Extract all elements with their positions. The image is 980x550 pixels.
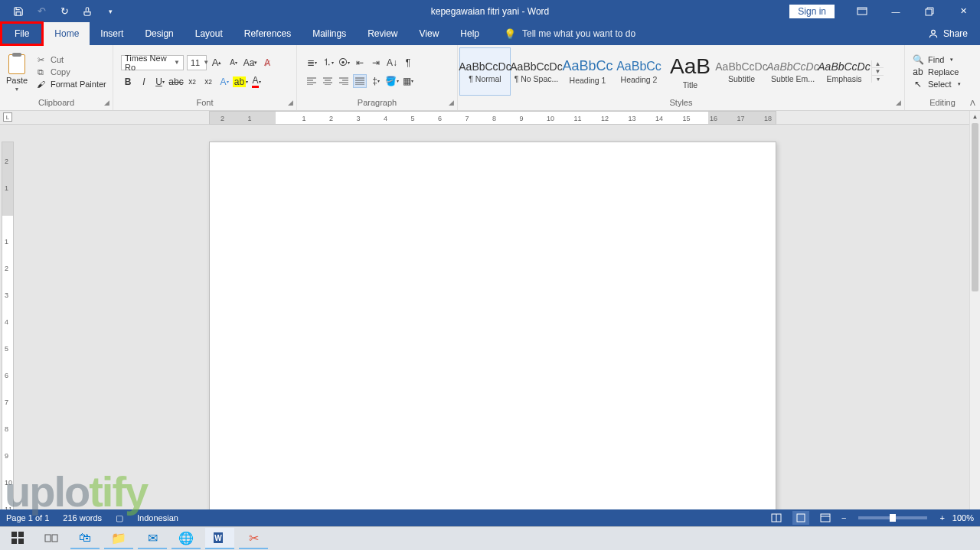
highlight-button[interactable]: ab▾ <box>234 75 247 89</box>
styles-launcher-icon[interactable]: ◢ <box>896 99 901 106</box>
replace-button[interactable]: abReplace <box>913 67 972 77</box>
scroll-up-icon[interactable]: ▲ <box>970 111 980 122</box>
minimize-button[interactable]: — <box>879 0 913 22</box>
style-subtitle[interactable]: AaBbCcDcSubtitle <box>716 47 767 96</box>
font-size-combo[interactable]: 11▼ <box>187 55 207 70</box>
align-left-button[interactable] <box>305 74 318 88</box>
tab-view[interactable]: View <box>409 22 450 45</box>
clipboard-launcher-icon[interactable]: ◢ <box>104 99 109 106</box>
cut-button[interactable]: ✂Cut <box>32 54 109 66</box>
document-page[interactable] <box>209 142 776 527</box>
shrink-font-button[interactable]: A▾ <box>227 56 240 70</box>
spellcheck-icon[interactable]: ▢ <box>116 513 123 523</box>
vertical-scrollbar[interactable]: ▲ ▼ <box>969 111 980 527</box>
tab-references[interactable]: References <box>234 22 302 45</box>
style-heading-2[interactable]: AaBbCcHeading 2 <box>613 47 665 96</box>
tab-mailings[interactable]: Mailings <box>302 22 357 45</box>
italic-button[interactable]: I <box>137 75 151 89</box>
subscript-button[interactable]: x2 <box>185 75 199 89</box>
taskbar-explorer[interactable]: 📁 <box>104 528 133 549</box>
borders-button[interactable]: ▦▾ <box>401 74 415 88</box>
taskbar-word[interactable]: W <box>205 528 234 549</box>
taskbar-mail[interactable]: ✉ <box>138 528 167 549</box>
zoom-slider[interactable] <box>858 516 927 519</box>
zoom-out-button[interactable]: − <box>841 513 846 522</box>
tab-home[interactable]: Home <box>44 22 90 45</box>
style-heading-1[interactable]: AaBbCcHeading 1 <box>562 47 613 96</box>
zoom-in-button[interactable]: + <box>939 513 944 522</box>
tab-review[interactable]: Review <box>357 22 408 45</box>
scrollbar-thumb[interactable] <box>972 123 978 291</box>
undo-icon[interactable]: ↶ <box>35 5 47 18</box>
taskbar-snip[interactable]: ✂ <box>239 528 268 549</box>
underline-button[interactable]: U▾ <box>153 75 167 89</box>
show-marks-button[interactable]: ¶ <box>401 56 415 70</box>
tab-design[interactable]: Design <box>134 22 184 45</box>
status-page[interactable]: Page 1 of 1 <box>6 513 49 522</box>
shading-button[interactable]: 🪣▾ <box>385 74 399 88</box>
start-button[interactable] <box>3 528 32 549</box>
strikethrough-button[interactable]: abc <box>169 75 183 89</box>
style--normal[interactable]: AaBbCcDc¶ Normal <box>459 47 511 96</box>
taskbar-edge[interactable]: 🌐 <box>172 528 201 549</box>
clear-formatting-button[interactable]: A̷ <box>260 56 274 70</box>
sign-in-button[interactable]: Sign in <box>789 5 835 18</box>
tab-layout[interactable]: Layout <box>185 22 234 45</box>
styles-expand[interactable]: ▾ <box>872 76 884 83</box>
vertical-ruler[interactable]: 211234567891011 <box>2 142 14 527</box>
decrease-indent-button[interactable]: ⇤ <box>353 56 367 70</box>
styles-scroll-down[interactable]: ▼ <box>872 68 884 76</box>
find-button[interactable]: 🔍Find▾ <box>913 54 972 65</box>
paragraph-launcher-icon[interactable]: ◢ <box>449 99 454 106</box>
zoom-slider-thumb[interactable] <box>890 514 896 522</box>
close-button[interactable]: ✕ <box>946 0 980 22</box>
numbering-button[interactable]: ⒈▾ <box>321 56 335 70</box>
tab-help[interactable]: Help <box>449 22 490 45</box>
status-words[interactable]: 216 words <box>63 513 102 522</box>
status-language[interactable]: Indonesian <box>137 513 178 522</box>
tab-file[interactable]: File <box>0 21 44 46</box>
align-center-button[interactable] <box>321 74 335 88</box>
maximize-button[interactable] <box>913 0 946 22</box>
justify-button[interactable] <box>353 74 367 88</box>
superscript-button[interactable]: x2 <box>201 75 215 89</box>
grow-font-button[interactable]: A▴ <box>210 56 224 70</box>
format-painter-button[interactable]: 🖌Format Painter <box>32 79 109 89</box>
align-right-button[interactable] <box>337 74 351 88</box>
qat-customize-icon[interactable]: ▾ <box>104 5 116 18</box>
print-layout-button[interactable] <box>792 511 809 525</box>
text-effects-button[interactable]: A▾ <box>217 75 231 89</box>
styles-scroll-up[interactable]: ▲ <box>872 60 884 68</box>
font-launcher-icon[interactable]: ◢ <box>288 99 293 106</box>
ribbon-display-options-icon[interactable] <box>845 0 879 22</box>
bullets-button[interactable]: ≣▾ <box>305 56 318 70</box>
tab-selector[interactable]: L <box>3 112 12 122</box>
horizontal-ruler[interactable]: 21123456789101112131415161718 <box>209 111 776 125</box>
tell-me-search[interactable]: 💡 Tell me what you want to do <box>490 22 635 45</box>
increase-indent-button[interactable]: ⇥ <box>369 56 383 70</box>
task-view-button[interactable] <box>37 528 66 549</box>
change-case-button[interactable]: Aa▾ <box>243 56 257 70</box>
paste-button[interactable]: Paste ▼ <box>3 51 31 92</box>
bold-button[interactable]: B <box>121 75 135 89</box>
styles-gallery[interactable]: AaBbCcDc¶ NormalAaBbCcDc¶ No Spac...AaBb… <box>458 45 871 98</box>
copy-button[interactable]: ⧉Copy <box>32 67 109 78</box>
redo-icon[interactable]: ↻ <box>58 5 70 18</box>
read-mode-button[interactable] <box>768 511 785 525</box>
share-button[interactable]: Share <box>916 22 980 45</box>
font-color-button[interactable]: A▾ <box>250 75 263 89</box>
sort-button[interactable]: A↓ <box>385 56 399 70</box>
touch-mode-icon[interactable] <box>81 5 93 18</box>
line-spacing-button[interactable]: ‡▾ <box>369 74 383 88</box>
tab-insert[interactable]: Insert <box>90 22 134 45</box>
style-emphasis[interactable]: AaBbCcDcEmphasis <box>818 47 870 96</box>
style--no-spac-[interactable]: AaBbCcDc¶ No Spac... <box>511 47 562 96</box>
web-layout-button[interactable] <box>817 511 834 525</box>
multilevel-list-button[interactable]: ⦿▾ <box>337 56 351 70</box>
select-button[interactable]: ↖Select▾ <box>913 79 972 89</box>
zoom-level[interactable]: 100% <box>952 513 974 522</box>
style-title[interactable]: AaBTitle <box>665 47 716 96</box>
collapse-ribbon-icon[interactable]: ᐱ <box>970 99 975 107</box>
save-icon[interactable] <box>12 5 24 18</box>
style-subtle-em-[interactable]: AaBbCcDcSubtle Em... <box>767 47 818 96</box>
